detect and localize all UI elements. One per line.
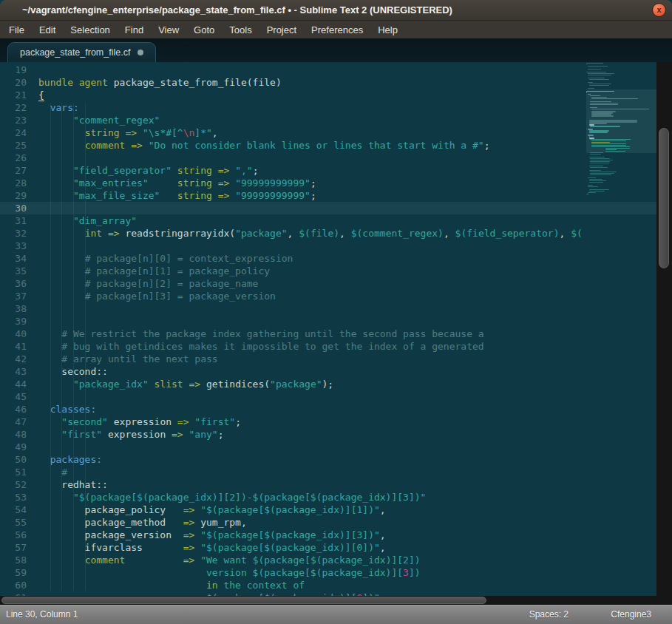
code-line: "field_seperator" string => ","; (38, 164, 594, 177)
line-number: 38 (0, 302, 27, 315)
window-title: ~/vagrant/cfengine_enterprise/package_st… (22, 4, 452, 16)
line-number: 49 (0, 441, 27, 453)
line-number: 19 (0, 64, 27, 76)
line-number: 53 (0, 491, 27, 503)
code-line (38, 315, 594, 328)
code-line: string => "\s*#[^\n]*", (38, 126, 594, 139)
minimap-line (590, 167, 607, 168)
line-number: 51 (0, 466, 27, 478)
code-line: # array until the next pass (38, 353, 594, 365)
line-number: 56 (0, 529, 27, 541)
line-number: 46 (0, 403, 27, 416)
menu-item-selection[interactable]: Selection (63, 22, 117, 38)
code-line: # package[n][3] = package_version (38, 290, 594, 302)
minimap-line (588, 66, 608, 67)
tab-package-state-from-file[interactable]: package_state_from_file.cf (7, 42, 156, 62)
minimap-line (590, 163, 608, 163)
horizontal-scrollbar-thumb[interactable] (1, 597, 486, 604)
menu-item-goto[interactable]: Goto (186, 22, 222, 38)
minimap-line (589, 182, 604, 183)
minimap-line (589, 179, 603, 180)
code-line: second:: (38, 365, 594, 378)
editor-area[interactable]: 1920212223242526272829303132333435363738… (0, 62, 672, 605)
code-line: redhat:: (38, 478, 594, 491)
tab-modified-dot (138, 50, 143, 55)
minimap-line (590, 173, 614, 174)
line-number: 48 (0, 428, 27, 441)
menu-item-project[interactable]: Project (259, 22, 304, 38)
minimap-line (590, 174, 611, 175)
menu-bar: FileEditSelectionFindViewGotoToolsProjec… (0, 21, 672, 38)
line-number: 59 (0, 566, 27, 579)
line-number: 58 (0, 554, 27, 566)
code-line: # package[n][1] = package_policy (38, 265, 594, 277)
line-number: 42 (0, 353, 27, 365)
code-line: "max_entries" string => "99999999999"; (38, 177, 594, 189)
code-line: "comment_regex" (38, 114, 594, 126)
line-number: 28 (0, 177, 27, 189)
code-line: # package[n][0] = context_expression (38, 252, 594, 265)
code-line: { (38, 89, 594, 101)
code-line: comment => "Do not consider blank lines … (38, 139, 594, 152)
minimap-line (588, 192, 596, 193)
minimap-line (588, 186, 598, 187)
line-number: 20 (0, 76, 27, 89)
code-line: classes: (38, 403, 594, 416)
line-number: 40 (0, 328, 27, 340)
code-line (38, 390, 594, 403)
menu-item-file[interactable]: File (1, 22, 32, 38)
code-line: "dim_array" (38, 214, 594, 227)
line-number: 31 (0, 214, 27, 227)
line-number: 44 (0, 378, 27, 390)
code-line (38, 202, 594, 214)
code-line (38, 302, 594, 315)
minimap-line (590, 154, 600, 155)
minimap-line (586, 64, 587, 65)
code-line: "package_idx" slist => getindices("packa… (38, 378, 594, 390)
tab-bar: package_state_from_file.cf (0, 38, 672, 62)
code-line: # (38, 466, 594, 478)
line-number: 22 (0, 101, 27, 114)
code-line: comment => "We want $(package[$(package_… (38, 554, 594, 566)
line-number: 54 (0, 503, 27, 516)
line-number: 39 (0, 315, 27, 328)
minimap[interactable] (586, 63, 656, 604)
vertical-scrollbar (656, 62, 672, 605)
syntax-indicator[interactable]: Cfengine3 (611, 609, 651, 620)
minimap-line (589, 84, 612, 84)
menu-item-preferences[interactable]: Preferences (304, 22, 370, 38)
minimap-viewport[interactable] (586, 89, 656, 153)
spaces-indicator[interactable]: Spaces: 2 (529, 609, 569, 620)
code-line: "max_file_size" string => "99999999999"; (38, 189, 594, 202)
menu-item-help[interactable]: Help (370, 22, 405, 38)
code-line: # bug with getindices makes it impossibl… (38, 340, 594, 353)
menu-item-view[interactable]: View (151, 22, 186, 38)
minimap-line (589, 79, 609, 80)
code-line: vars: (38, 101, 594, 114)
line-number: 26 (0, 152, 27, 164)
line-number-gutter: 1920212223242526272829303132333435363738… (0, 64, 27, 604)
close-button[interactable]: x (652, 3, 666, 17)
line-number: 34 (0, 252, 27, 265)
code-line: # package[n][2] = package_name (38, 277, 594, 290)
code-line: "second" expression => "first"; (38, 416, 594, 428)
menu-item-find[interactable]: Find (118, 22, 151, 38)
vertical-scrollbar-thumb[interactable] (659, 128, 669, 268)
minimap-line (588, 69, 601, 69)
minimap-line (588, 75, 611, 75)
line-number: 23 (0, 114, 27, 126)
line-number: 32 (0, 227, 27, 240)
menu-item-tools[interactable]: Tools (222, 22, 259, 38)
line-number: 29 (0, 189, 27, 202)
minimap-line (589, 170, 601, 171)
minimap-line (588, 82, 593, 83)
menu-item-edit[interactable]: Edit (32, 22, 63, 38)
code-line (38, 240, 594, 252)
code-line: bundle agent package_state_from_file(fil… (38, 76, 594, 89)
minimap-line (589, 180, 606, 181)
code-line: package_method => yum_rpm, (38, 516, 594, 529)
code-line (38, 152, 594, 164)
minimap-line (588, 177, 596, 178)
minimap-line (589, 85, 609, 86)
code-line: package_policy => "$(package[$(package_i… (38, 503, 594, 516)
